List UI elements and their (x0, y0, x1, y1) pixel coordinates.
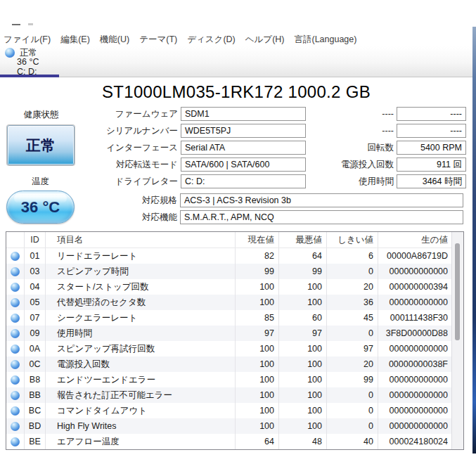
info-field-label: ファームウェア (0, 108, 178, 120)
disk-tab-st1000lm035[interactable]: 正常 36 °C C: D: (0, 46, 59, 75)
info-field-label: ドライブレター (0, 176, 178, 188)
header-threshold: しきい値 (326, 232, 378, 247)
row-raw-value: 000024180024 (378, 434, 452, 449)
row-worst-value: 100 (278, 356, 326, 372)
table-row: BB 報告された訂正不可能エラー 100 100 0 000000000000 (6, 387, 463, 403)
status-ok-orb-icon (11, 437, 20, 446)
info-field-row: 電源投入回数 911 回 (309, 157, 466, 172)
row-raw-value: 3F8D00000D88 (378, 326, 452, 341)
row-status-cell (6, 403, 24, 418)
row-status-cell (6, 326, 24, 341)
row-threshold-value: 97 (326, 341, 378, 356)
status-ok-orb-icon (11, 391, 20, 400)
status-ok-orb-icon (11, 252, 20, 261)
row-threshold-value: 20 (326, 279, 378, 295)
row-threshold-value: 0 (326, 326, 378, 341)
row-id: BD (24, 418, 45, 434)
row-status-cell (6, 341, 24, 356)
table-row: 03 スピンアップ時間 99 99 0 000000000000 (6, 264, 463, 279)
info-field-value: 5400 RPM (397, 141, 466, 155)
info-field-label: 使用時間 (309, 176, 394, 188)
table-scrollbar-thumb[interactable] (455, 243, 460, 340)
info-field-value: S.M.A.R.T., APM, NCQ (180, 210, 463, 224)
row-status-cell (6, 356, 24, 372)
info-field-value: ---- (397, 124, 466, 138)
info-field-label: シリアルナンバー (0, 125, 178, 137)
status-ok-orb-icon (11, 267, 20, 276)
menu-item[interactable]: 言語(Language) (294, 34, 356, 46)
menu-item[interactable]: ディスク(D) (187, 34, 236, 46)
row-attribute-name: シークエラーレート (45, 310, 235, 326)
info-field-row: 対応機能 S.M.A.R.T., APM, NCQ (0, 210, 463, 224)
row-raw-value: 000000000000 (378, 418, 452, 434)
smart-table-rows: 01 リードエラーレート 82 64 6 00000A86719D 03 スピン… (6, 248, 463, 449)
header-worst: 最悪値 (278, 232, 326, 247)
row-attribute-name: 代替処理済のセクタ数 (45, 295, 235, 310)
row-threshold-value: 0 (326, 387, 378, 403)
row-raw-value: 000000000000 (378, 403, 452, 418)
info-field-label: 対応規格 (0, 195, 177, 207)
row-current-value: 100 (235, 403, 278, 418)
table-row: 04 スタート/ストップ回数 100 100 20 000000000394 (6, 279, 463, 295)
status-ok-orb-icon (11, 314, 20, 323)
drive-info-fields-wide: 対応規格 ACS-3 | ACS-3 Revision 3b 対応機能 S.M.… (0, 193, 463, 227)
row-current-value: 100 (235, 295, 278, 310)
disk-selector-bar: 正常 36 °C C: D: (0, 46, 472, 77)
row-current-value: 100 (235, 387, 278, 403)
row-status-cell (6, 295, 24, 310)
table-row: BE エアフロー温度 64 48 40 000024180024 (6, 434, 463, 449)
menu-item[interactable]: 機能(U) (100, 34, 129, 46)
row-raw-value: 000111438F30 (378, 310, 452, 326)
row-attribute-name: 報告された訂正不可能エラー (45, 387, 235, 403)
row-attribute-name: スピンアップ時間 (45, 264, 235, 279)
info-field-value: 911 回 (397, 157, 466, 172)
row-threshold-value: 45 (326, 310, 378, 326)
row-worst-value: 99 (278, 264, 326, 279)
info-field-row: ---- ---- (309, 124, 466, 138)
row-raw-value: 00000A86719D (378, 248, 452, 264)
row-worst-value: 97 (278, 326, 326, 341)
disk-status-orb-icon (5, 48, 15, 58)
crystaldiskinfo-window: ファイル(F) 編集(E) 機能(U) テーマ(T) ディスク(D) ヘルプ(H… (0, 0, 476, 476)
info-field-row: インターフェース Serial ATA (0, 141, 306, 155)
row-id: BB (24, 387, 45, 403)
table-row: B8 エンドツーエンドエラー 100 100 99 000000000000 (6, 372, 463, 387)
row-attribute-name: スタート/ストップ回数 (45, 279, 235, 295)
row-attribute-name: コマンドタイムアウト (45, 403, 235, 418)
table-scrollbar-track[interactable] (451, 232, 463, 449)
row-id: BC (24, 403, 45, 418)
row-id: B8 (24, 372, 45, 387)
header-current: 現在値 (235, 232, 278, 247)
row-worst-value: 48 (278, 434, 326, 449)
info-field-label: 対応機能 (0, 212, 177, 224)
row-id: 0C (24, 356, 45, 372)
titlebar-remnant-dash (12, 24, 20, 25)
row-status-cell (6, 248, 24, 264)
info-field-row: シリアルナンバー WDE5T5PJ (0, 124, 306, 138)
status-ok-orb-icon (11, 360, 20, 369)
menu-item[interactable]: 編集(E) (60, 34, 90, 46)
menu-item[interactable]: ヘルプ(H) (245, 34, 285, 46)
info-field-label: インターフェース (0, 142, 178, 154)
row-raw-value: 000000000000 (378, 264, 452, 279)
active-tab-underline (0, 75, 59, 77)
menu-item[interactable]: テーマ(T) (139, 34, 177, 46)
row-current-value: 100 (235, 341, 278, 356)
row-current-value: 97 (235, 326, 278, 341)
row-attribute-name: High Fly Writes (45, 418, 235, 434)
row-threshold-value: 0 (326, 264, 378, 279)
menu-bar: ファイル(F) 編集(E) 機能(U) テーマ(T) ディスク(D) ヘルプ(H… (0, 32, 472, 46)
row-threshold-value: 0 (326, 418, 378, 434)
row-status-cell (6, 418, 24, 434)
header-raw: 生の値 (378, 232, 452, 247)
row-status-cell (6, 434, 24, 449)
row-raw-value: 000000000000 (378, 372, 452, 387)
table-row: 05 代替処理済のセクタ数 100 100 36 000000000000 (6, 295, 463, 310)
menu-item[interactable]: ファイル(F) (4, 34, 51, 46)
row-worst-value: 100 (278, 295, 326, 310)
row-raw-value: 000000000000 (378, 295, 452, 310)
row-current-value: 64 (235, 434, 278, 449)
info-field-row: ---- ---- (309, 107, 466, 121)
status-ok-orb-icon (11, 345, 20, 354)
table-row: BD High Fly Writes 100 100 0 00000000000… (6, 418, 463, 434)
